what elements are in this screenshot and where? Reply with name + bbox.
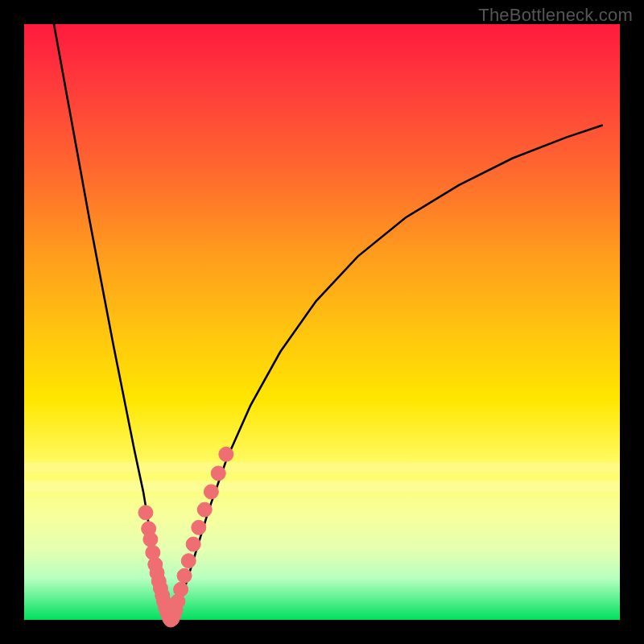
marker-dot — [192, 520, 206, 535]
marker-dot — [177, 568, 192, 583]
curve-right-arm — [171, 126, 602, 620]
marker-dot — [174, 582, 188, 597]
marker-dot — [143, 532, 158, 547]
marker-dot — [219, 447, 233, 461]
chart-frame: TheBottleneck.com — [0, 0, 644, 644]
marker-dot — [211, 466, 225, 481]
marker-dot — [138, 506, 153, 520]
marker-dot — [186, 537, 200, 551]
marker-dot — [197, 502, 212, 517]
curve-layer — [24, 24, 620, 620]
watermark-text: TheBottleneck.com — [478, 5, 633, 26]
marker-dot — [204, 485, 218, 499]
plot-area — [24, 24, 620, 620]
marker-dot — [181, 554, 196, 568]
marker-cluster — [138, 447, 233, 627]
